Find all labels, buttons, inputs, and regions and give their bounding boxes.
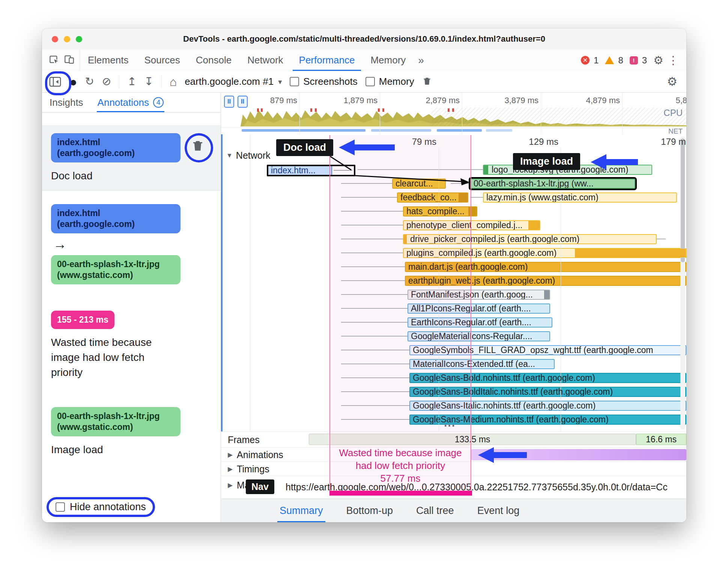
target-selector[interactable]: earth.google.com #1 ▾: [185, 76, 282, 87]
save-profile-icon[interactable]: ↧: [144, 76, 153, 87]
tab-network[interactable]: Network: [239, 50, 291, 71]
doc-load-annotation-label[interactable]: Doc load: [276, 139, 333, 156]
timeline-overview[interactable]: II II CPU NET 879 ms1,879 ms2,879 ms3,87…: [221, 93, 686, 135]
devtools-tabbar: Elements Sources Console Network Perform…: [42, 50, 686, 71]
frames-track[interactable]: Frames 133.5 ms 16.6 ms: [221, 431, 686, 447]
collapse-triangle-icon[interactable]: ▼: [226, 152, 233, 159]
tab-call-tree[interactable]: Call tree: [414, 499, 456, 522]
expand-triangle-icon[interactable]: ▶: [228, 481, 233, 489]
annotation-entry-link[interactable]: index.html (earth.google.com) → 00-earth…: [42, 197, 221, 293]
hide-annotations-control[interactable]: Hide annotations: [47, 497, 155, 517]
toggle-sidebar-button[interactable]: [49, 77, 62, 87]
more-tabs-icon[interactable]: »: [414, 54, 429, 66]
tab-event-log[interactable]: Event log: [475, 499, 522, 522]
network-request-bar[interactable]: GoogleMaterialIcons-Regular....: [408, 331, 550, 341]
network-request-bar[interactable]: GoogleSans-Italic.nohints.ttf (earth.goo…: [409, 401, 686, 411]
timings-track[interactable]: ▶ Timings: [221, 461, 686, 476]
tab-insights[interactable]: Insights: [50, 93, 83, 112]
tab-console[interactable]: Console: [188, 50, 239, 71]
record-icon[interactable]: ●: [69, 75, 77, 88]
network-request-bar[interactable]: plugins_compiled.js (earth.google.com): [403, 248, 686, 258]
kebab-menu-icon[interactable]: ⋮: [668, 55, 679, 66]
annotation-pill-index-html[interactable]: index.html (earth.google.com): [51, 133, 180, 162]
error-icon[interactable]: ✕: [581, 56, 590, 65]
collect-garbage-icon[interactable]: [422, 76, 432, 87]
annotation-entry-image-load[interactable]: 00-earth-splash-1x-ltr.jpg (www.gstatic.…: [42, 400, 221, 464]
scrollbar-thumb[interactable]: [681, 138, 685, 262]
delete-annotation-button[interactable]: [191, 138, 205, 154]
tab-performance[interactable]: Performance: [291, 50, 363, 71]
annotation-entry-doc-load[interactable]: index.html (earth.google.com) Doc load: [42, 125, 221, 191]
screenshots-checkbox-row[interactable]: Screenshots: [290, 76, 358, 87]
network-track-header[interactable]: ▼ Network: [226, 150, 271, 161]
close-window-button[interactable]: [52, 36, 58, 42]
waterfall-scrollbar[interactable]: [680, 136, 685, 430]
home-icon[interactable]: ⌂: [170, 76, 177, 88]
annotations-sidebar: Insights Annotations 4 index.html (earth…: [42, 93, 221, 522]
network-request-bar[interactable]: FontManifest.json (earth.goog...: [408, 290, 550, 300]
network-request-bar[interactable]: lazy.min.js (www.gstatic.com): [483, 192, 677, 203]
request-whisker: [358, 169, 483, 170]
pause-button[interactable]: II: [238, 96, 248, 108]
settings-gear-icon[interactable]: ⚙: [653, 55, 663, 66]
network-request-bar[interactable]: main.dart.js (earth.google.com): [405, 262, 686, 272]
memory-checkbox[interactable]: [366, 77, 375, 86]
minimize-window-button[interactable]: [64, 36, 70, 42]
annotation-label[interactable]: Doc load: [51, 170, 212, 182]
screenshots-checkbox[interactable]: [290, 77, 299, 86]
annotation-pill-splash-image[interactable]: 00-earth-splash-1x-ltr.jpg (www.gstatic.…: [51, 255, 180, 284]
nav-annotation-chip[interactable]: Nav: [246, 479, 274, 494]
load-profile-icon[interactable]: ↥: [127, 76, 136, 87]
overview-time-label: 3,879 ms: [499, 96, 538, 105]
reload-and-record-icon[interactable]: ↻: [85, 76, 94, 87]
network-request-bar[interactable]: EarthIcons-Regular.otf (earth....: [408, 317, 552, 328]
expand-triangle-icon[interactable]: ▶: [228, 465, 233, 473]
network-waterfall[interactable]: ▼ Network index.htm...logo_lockup.svg (e…: [221, 134, 686, 431]
network-request-bar[interactable]: phenotype_client_compiled.j...: [403, 220, 540, 230]
pause-button[interactable]: II: [224, 96, 234, 108]
network-request-bar[interactable]: hats_compile...: [403, 206, 477, 216]
annotation-entry-time-range[interactable]: 155 - 213 ms Wasted time because image h…: [42, 303, 221, 388]
maximize-window-button[interactable]: [76, 36, 82, 42]
animations-track[interactable]: ▶ Animations: [221, 447, 686, 461]
network-request-bar[interactable]: index.htm...: [267, 165, 355, 176]
image-load-annotation-label[interactable]: Image load: [513, 153, 580, 170]
annotation-pill-splash-image[interactable]: 00-earth-splash-1x-ltr.jpg (www.gstatic.…: [51, 407, 180, 436]
network-request-bar[interactable]: GoogleSans-Bold.nohints.ttf (earth.googl…: [409, 373, 686, 383]
network-request-bar[interactable]: clearcut...: [392, 179, 446, 189]
performance-main-panel: II II CPU NET 879 ms1,879 ms2,879 ms3,87…: [221, 93, 686, 522]
memory-checkbox-row[interactable]: Memory: [366, 76, 414, 87]
frame-duration-bar[interactable]: 16.6 ms: [636, 434, 686, 445]
warning-icon[interactable]: [605, 56, 614, 64]
annotation-label[interactable]: Wasted time because image had low fetch …: [51, 335, 175, 380]
tab-elements[interactable]: Elements: [80, 50, 136, 71]
annotation-label[interactable]: Image load: [51, 444, 212, 456]
network-request-bar[interactable]: earthplugin_web.js (earth.google.com): [405, 276, 686, 286]
request-label: hats_compile...: [406, 207, 465, 216]
network-request-bar[interactable]: GoogleSans-BoldItalic.nohints.ttf (earth…: [409, 387, 686, 397]
device-toolbar-icon[interactable]: [64, 54, 74, 66]
frame-duration-bar[interactable]: 133.5 ms: [309, 434, 636, 445]
tab-memory[interactable]: Memory: [362, 50, 414, 71]
clear-icon[interactable]: ⊘: [102, 76, 111, 87]
network-request-bar[interactable]: feedback_co...: [397, 192, 468, 203]
issues-icon[interactable]: !: [630, 56, 638, 65]
tab-bottom-up[interactable]: Bottom-up: [344, 499, 396, 522]
network-request-bar[interactable]: All1PIcons-Regular.otf (earth....: [408, 304, 550, 314]
tab-sources[interactable]: Sources: [136, 50, 188, 71]
network-request-bar[interactable]: GoogleSans-Medium.nohints.ttf (earth.goo…: [409, 415, 686, 425]
tab-summary[interactable]: Summary: [277, 499, 325, 522]
tab-annotations[interactable]: Annotations 4: [98, 93, 164, 112]
animation-bar[interactable]: [471, 449, 686, 460]
annotation-pill-index-html[interactable]: index.html (earth.google.com): [51, 204, 180, 233]
network-request-bar[interactable]: MaterialIcons-Extended.ttf (ea...: [409, 359, 555, 369]
annotation-pill-time-range[interactable]: 155 - 213 ms: [51, 311, 114, 329]
network-request-bar[interactable]: 00-earth-splash-1x-ltr.jpg (ww...: [470, 179, 635, 189]
inspect-element-icon[interactable]: [49, 54, 59, 66]
network-request-bar[interactable]: GoogleSymbols_FILL_GRAD_opsz_wght.ttf (e…: [409, 345, 686, 355]
hide-annotations-checkbox[interactable]: [56, 502, 65, 512]
tabbar-status: ✕ 1 8 ! 3 ⚙ ⋮: [581, 55, 686, 66]
expand-triangle-icon[interactable]: ▶: [228, 451, 233, 458]
capture-settings-gear-icon[interactable]: ⚙: [667, 76, 677, 87]
network-request-bar[interactable]: drive_picker_compiled.js (earth.google.c…: [403, 234, 657, 244]
